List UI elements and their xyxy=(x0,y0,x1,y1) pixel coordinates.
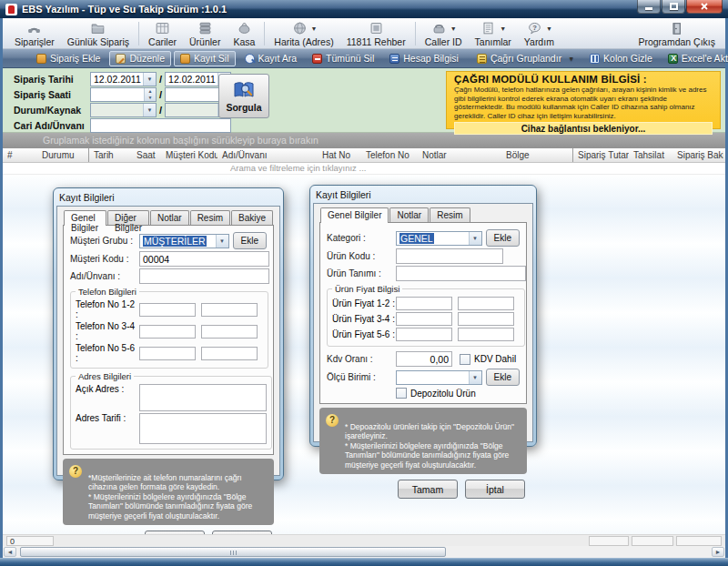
toolbar-item-cikis[interactable]: Programdan Çıkış xyxy=(632,19,722,48)
cash-register-icon xyxy=(236,20,253,36)
tamam-button[interactable]: Tamam xyxy=(398,480,458,499)
dropdown-arrow-icon[interactable]: ▼ xyxy=(469,232,481,245)
grid-filter-row[interactable]: Arama ve filtreleme için tıklayınız ... xyxy=(3,163,725,175)
add-category-button[interactable]: Ekle xyxy=(486,229,520,247)
daily-order-icon xyxy=(89,20,106,36)
column-header[interactable]: Hat No xyxy=(318,148,361,162)
dialog-title: Kayıt Bilgileri xyxy=(313,188,533,203)
dropdown-arrow-icon[interactable]: ▼ xyxy=(143,104,156,116)
kayit-ara-button[interactable]: Kayıt Ara xyxy=(238,51,304,66)
tab-diger-bilgiler[interactable]: Diğer Bilgiler xyxy=(107,210,149,225)
customer-dialog-note: ?*Müşterilerinize ait telefon numaraları… xyxy=(63,459,274,525)
phone2-input[interactable] xyxy=(201,303,258,317)
toolbar-item-rehber[interactable]: 11811 Rehber xyxy=(340,19,412,48)
add-unit-button[interactable]: Ekle xyxy=(486,369,520,386)
close-button[interactable] xyxy=(686,0,723,14)
tamam-button[interactable]: Tamam xyxy=(145,531,205,534)
vat-included-checkbox[interactable] xyxy=(460,354,470,365)
open-address-textarea[interactable] xyxy=(139,384,267,411)
toolbar-item-yardim[interactable]: ?▼ Yardım xyxy=(518,19,561,48)
price1-input[interactable] xyxy=(396,297,452,310)
product-code-input[interactable] xyxy=(396,248,503,264)
vat-rate-input[interactable] xyxy=(396,351,452,367)
column-header[interactable]: Sipariş Bakiye xyxy=(672,148,723,162)
address-description-textarea[interactable] xyxy=(139,413,267,444)
scroll-right-arrow[interactable]: ► xyxy=(712,547,724,557)
product-name-input[interactable] xyxy=(396,266,526,281)
deposit-product-checkbox[interactable] xyxy=(396,388,407,399)
iptal-button[interactable]: İptal xyxy=(212,531,272,534)
column-header[interactable]: Tarih xyxy=(88,148,132,162)
tab-notlar[interactable]: Notlar xyxy=(389,207,429,222)
grid-group-drop-zone[interactable]: Gruplamak istediğiniz kolonun başlığını … xyxy=(3,133,725,148)
tab-resim[interactable]: Resim xyxy=(430,207,470,222)
column-header[interactable]: Adı/Ünvanı xyxy=(217,148,318,162)
scroll-left-arrow[interactable]: ◄ xyxy=(4,547,16,557)
duzenle-button[interactable]: Düzenle xyxy=(109,51,171,66)
kolon-gizle-button[interactable]: Kolon Gizle xyxy=(583,51,659,66)
toolbar-item-gunluk-siparis[interactable]: Günlük Sipariş xyxy=(61,19,136,48)
column-header[interactable]: Telefon No xyxy=(361,148,418,162)
cagri-gruplandir-button[interactable]: Çağrı Gruplandır▼ xyxy=(470,51,581,66)
dropdown-arrow-icon[interactable]: ▼ xyxy=(469,371,481,384)
customer-name-input[interactable] xyxy=(90,118,231,133)
column-header[interactable]: Durumu xyxy=(37,148,88,162)
price3-input[interactable] xyxy=(396,312,452,326)
tab-bakiye[interactable]: Bakiye xyxy=(231,210,273,225)
customer-code-input[interactable] xyxy=(139,251,269,267)
siparis-ekle-button[interactable]: Sipariş Ekle xyxy=(30,51,106,66)
toolbar-item-siparisler[interactable]: Siparişler xyxy=(8,19,61,48)
order-date-from-picker[interactable]: 12.02.2011▼ xyxy=(90,72,157,86)
status-cell xyxy=(589,536,629,546)
price4-input[interactable] xyxy=(458,312,514,326)
excel-aktar-button[interactable]: Excel'e Aktar xyxy=(662,51,728,66)
deposit-product-label: Depozitolu Ürün xyxy=(410,389,476,399)
minimize-button[interactable] xyxy=(637,0,661,14)
tab-genel-bilgiler[interactable]: Genel Bilgiler xyxy=(320,207,389,223)
column-header[interactable]: Notlar xyxy=(418,148,501,162)
column-header[interactable]: Müşteri Kodu xyxy=(161,148,217,162)
toolbar-item-urunler[interactable]: Ürünler xyxy=(183,19,227,48)
add-group-button[interactable]: Ekle xyxy=(233,232,267,249)
price6-input[interactable] xyxy=(458,328,514,341)
maximize-button[interactable] xyxy=(662,0,685,14)
toolbar-item-kasa[interactable]: Kasa xyxy=(227,19,261,48)
toolbar-item-harita[interactable]: ▼ Harita (Adres) xyxy=(268,19,339,48)
tab-resim[interactable]: Resim xyxy=(190,210,230,225)
phone5-input[interactable] xyxy=(139,347,196,360)
category-select[interactable]: GENEL▼ xyxy=(396,231,482,246)
toolbar-item-caller-id[interactable]: ▼ Caller ID xyxy=(419,19,469,48)
help-icon: ? xyxy=(526,20,543,36)
dropdown-arrow-icon[interactable]: ▼ xyxy=(143,73,156,86)
phone4-input[interactable] xyxy=(201,325,258,339)
phone1-input[interactable] xyxy=(139,303,196,317)
order-time-from-spinner[interactable]: ▲▼ xyxy=(90,87,157,102)
scrollbar-thumb[interactable] xyxy=(20,547,446,557)
tab-notlar[interactable]: Notlar xyxy=(150,210,189,225)
tab-genel-bilgiler[interactable]: Genel Bilgiler xyxy=(64,210,106,226)
toolbar-item-cariler[interactable]: Cariler xyxy=(142,19,183,48)
phone3-input[interactable] xyxy=(139,325,196,339)
phone6-input[interactable] xyxy=(201,347,258,360)
map-globe-icon xyxy=(291,20,308,36)
hesap-bilgisi-button[interactable]: Hesap Bilgisi xyxy=(383,51,465,66)
unit-select[interactable]: ▼ xyxy=(396,370,482,385)
column-header[interactable]: # xyxy=(3,148,37,162)
toolbar-item-tanimlar[interactable]: ▼ Tanımlar xyxy=(469,19,518,48)
customer-name-input[interactable] xyxy=(139,268,269,284)
column-header[interactable]: Saat xyxy=(132,148,161,162)
column-header[interactable]: Tahsilat xyxy=(629,148,672,162)
kayit-sil-button[interactable]: Kayıt Sil xyxy=(174,51,236,66)
price5-input[interactable] xyxy=(396,328,452,341)
iptal-button[interactable]: İptal xyxy=(465,480,525,499)
price2-input[interactable] xyxy=(458,297,514,310)
status-select[interactable]: ▼ xyxy=(90,103,157,117)
dropdown-arrow-icon[interactable]: ▼ xyxy=(216,235,228,248)
tumunu-sil-button[interactable]: Tümünü Sil xyxy=(306,51,380,66)
spinner-arrows-icon[interactable]: ▲▼ xyxy=(144,88,156,101)
customer-group-select[interactable]: MÜŞTERİLER▼ xyxy=(139,234,229,248)
column-header[interactable]: Sipariş Tutarı xyxy=(572,148,629,162)
sorgula-button[interactable]: Sorgula xyxy=(218,74,269,118)
order-time-label: Sipariş Saati xyxy=(14,89,90,100)
column-header[interactable]: Bölge xyxy=(501,148,572,162)
